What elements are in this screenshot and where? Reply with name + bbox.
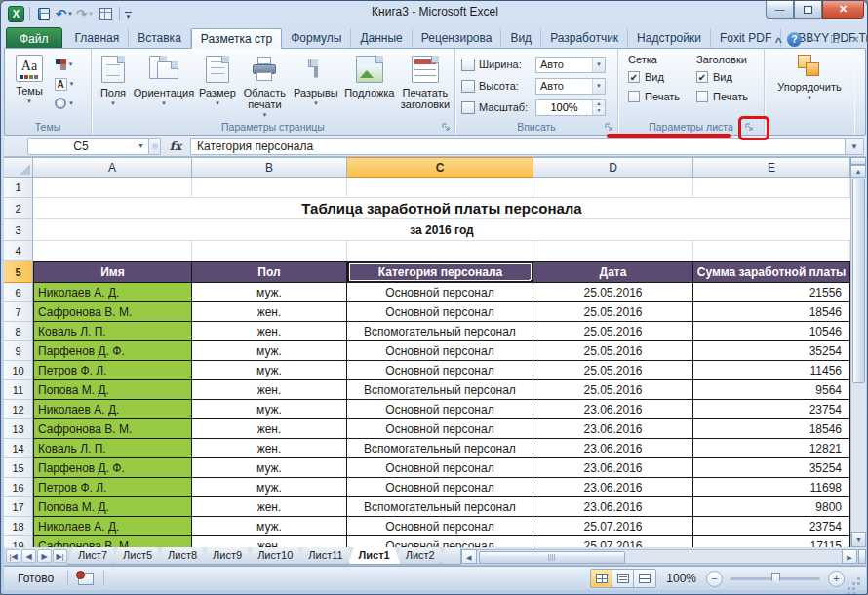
normal-view-button[interactable] bbox=[591, 570, 612, 587]
checkbox-icon[interactable] bbox=[628, 91, 640, 102]
vertical-scrollbar[interactable]: ▼ bbox=[850, 178, 866, 547]
cell-e16[interactable]: 11698 bbox=[693, 478, 850, 497]
next-sheet-button[interactable]: ▶ bbox=[37, 549, 52, 563]
ribbon-tab-рецензирова[interactable]: Рецензирова bbox=[413, 28, 502, 49]
cell-c7[interactable]: Основной персонал bbox=[347, 302, 533, 322]
row-header-2[interactable]: 2 bbox=[4, 198, 33, 219]
theme-effects-button[interactable]: ▼ bbox=[52, 95, 77, 112]
row-header-9[interactable]: 9 bbox=[4, 341, 33, 361]
row-header-13[interactable]: 13 bbox=[4, 419, 33, 439]
cell-d10[interactable]: 25.05.2016 bbox=[533, 361, 693, 380]
cell-e8[interactable]: 10546 bbox=[693, 322, 850, 341]
cell-b12[interactable]: муж. bbox=[192, 400, 347, 419]
cell-b10[interactable]: муж. bbox=[192, 361, 347, 380]
cell-c18[interactable]: Основной персонал bbox=[347, 517, 533, 536]
row-header-18[interactable]: 18 bbox=[4, 517, 33, 536]
scroll-right-button[interactable]: ▶ bbox=[842, 549, 857, 564]
ширина-combo[interactable]: Авто▼ bbox=[535, 57, 606, 73]
row-header-1[interactable]: 1 bbox=[4, 178, 33, 198]
cell-e7[interactable]: 18546 bbox=[693, 302, 850, 322]
row-header-16[interactable]: 16 bbox=[4, 478, 33, 497]
workbook-restore-button[interactable]: ❐ bbox=[827, 34, 843, 45]
sheet-tab-лист5[interactable]: Лист5 bbox=[112, 547, 163, 565]
page-setup-dialog-launcher[interactable] bbox=[441, 122, 452, 133]
cell-d13[interactable]: 23.06.2016 bbox=[533, 419, 693, 439]
sheet-tab-лист1[interactable]: Лист1 bbox=[348, 547, 401, 565]
cell-a9[interactable]: Парфенов Д. Ф. bbox=[33, 341, 192, 361]
cell-empty[interactable] bbox=[192, 178, 347, 198]
cell-b13[interactable]: жен. bbox=[192, 419, 347, 439]
область-печати-button[interactable]: Область печати▼ bbox=[240, 52, 290, 118]
cell-e10[interactable]: 11456 bbox=[693, 361, 850, 380]
ribbon-tab-главная[interactable]: Главная bbox=[66, 28, 130, 49]
cell-a17[interactable]: Попова М. Д. bbox=[33, 497, 192, 517]
table-header-cell[interactable]: Сумма заработной платы bbox=[693, 261, 850, 283]
cell-a13[interactable]: Сафронова В. М. bbox=[33, 419, 192, 439]
cell-b9[interactable]: муж. bbox=[192, 341, 347, 361]
cell-empty[interactable] bbox=[533, 178, 693, 198]
cell-d6[interactable]: 25.05.2016 bbox=[533, 283, 693, 302]
scale-spinner[interactable]: 100%▲▼ bbox=[535, 99, 606, 116]
cell-d15[interactable]: 23.06.2016 bbox=[533, 458, 693, 478]
cell-c10[interactable]: Основной персонал bbox=[347, 361, 533, 380]
record-macro-icon[interactable] bbox=[78, 573, 94, 585]
row-header-17[interactable]: 17 bbox=[4, 497, 33, 517]
theme-colors-button[interactable]: ▼ bbox=[52, 56, 77, 73]
restore-button[interactable] bbox=[794, 1, 822, 19]
cell-e19[interactable]: 17115 bbox=[693, 536, 850, 547]
sheet-tab-лист9[interactable]: Лист9 bbox=[202, 547, 253, 565]
table-header-cell[interactable]: Пол bbox=[192, 261, 347, 283]
cell-e17[interactable]: 9800 bbox=[693, 497, 850, 517]
разрывы-button[interactable]: Разрывы▼ bbox=[290, 52, 342, 118]
cell-e18[interactable]: 23754 bbox=[693, 517, 850, 536]
cell-c15[interactable]: Основной персонал bbox=[347, 458, 533, 478]
cell-c17[interactable]: Вспомогательный персонал bbox=[347, 497, 533, 517]
cell-e11[interactable]: 9564 bbox=[693, 380, 850, 400]
cell-b8[interactable]: жен. bbox=[192, 322, 347, 341]
row-header-14[interactable]: 14 bbox=[4, 439, 33, 458]
zoom-out-button[interactable]: − bbox=[706, 571, 723, 587]
sheet-tab-лист10[interactable]: Лист10 bbox=[247, 547, 303, 565]
ribbon-tab-разметка-стр[interactable]: Разметка стр bbox=[191, 28, 282, 49]
cell-c13[interactable]: Основной персонал bbox=[347, 419, 533, 439]
column-header-a[interactable]: A bbox=[33, 157, 192, 178]
checkbox-icon[interactable]: ✔ bbox=[628, 71, 640, 83]
row-header-8[interactable]: 8 bbox=[4, 322, 33, 341]
cell-a8[interactable]: Коваль Л. П. bbox=[33, 322, 192, 341]
cell-e9[interactable]: 35254 bbox=[693, 341, 850, 361]
table-header-cell[interactable]: Имя bbox=[33, 261, 192, 283]
horizontal-scrollbar-track[interactable] bbox=[477, 549, 842, 564]
cell-a19[interactable]: Сафронова В. М. bbox=[33, 536, 192, 547]
help-icon[interactable]: ? bbox=[787, 32, 802, 47]
ribbon-tab-вставка[interactable]: Вставка bbox=[129, 28, 191, 49]
cell-d8[interactable]: 25.05.2016 bbox=[533, 322, 693, 341]
cell-empty[interactable] bbox=[192, 241, 347, 261]
first-sheet-button[interactable]: |◀ bbox=[6, 549, 20, 563]
cell-d17[interactable]: 23.06.2016 bbox=[533, 497, 693, 517]
last-sheet-button[interactable]: ▶| bbox=[53, 549, 67, 563]
cell-a14[interactable]: Коваль Л. П. bbox=[33, 439, 192, 458]
row-header-4[interactable]: 4 bbox=[4, 241, 33, 261]
chevron-down-icon[interactable]: ▼ bbox=[592, 79, 605, 94]
table-header-cell[interactable]: Дата bbox=[533, 261, 693, 283]
insert-function-button[interactable]: fx bbox=[161, 139, 190, 153]
row-header-15[interactable]: 15 bbox=[4, 458, 33, 478]
cell-empty[interactable] bbox=[33, 241, 192, 261]
zoom-slider-track[interactable] bbox=[730, 577, 820, 580]
sheet-tab-лист8[interactable]: Лист8 bbox=[157, 547, 208, 565]
cell-b14[interactable]: жен. bbox=[192, 439, 347, 458]
cell-a16[interactable]: Петров Ф. Л. bbox=[33, 478, 192, 497]
ribbon-tab-файл[interactable]: Файл bbox=[6, 27, 62, 49]
cell-b11[interactable]: жен. bbox=[192, 380, 347, 400]
cell-e12[interactable]: 23754 bbox=[693, 400, 850, 419]
checkbox-icon[interactable]: ✔ bbox=[696, 71, 708, 83]
cell-b17[interactable]: жен. bbox=[192, 497, 347, 517]
column-header-b[interactable]: B bbox=[192, 157, 347, 178]
cell-b7[interactable]: жен. bbox=[192, 302, 347, 322]
cell-a12[interactable]: Николаев А. Д. bbox=[33, 400, 192, 419]
spin-down-icon[interactable]: ▼ bbox=[593, 107, 605, 115]
сетка-печать-checkbox[interactable]: Печать bbox=[628, 87, 689, 106]
merged-subtitle-cell[interactable]: за 2016 год bbox=[33, 219, 850, 241]
подложка-button[interactable]: Подложка bbox=[342, 52, 397, 118]
workbook-minimize-button[interactable]: — bbox=[807, 34, 822, 45]
